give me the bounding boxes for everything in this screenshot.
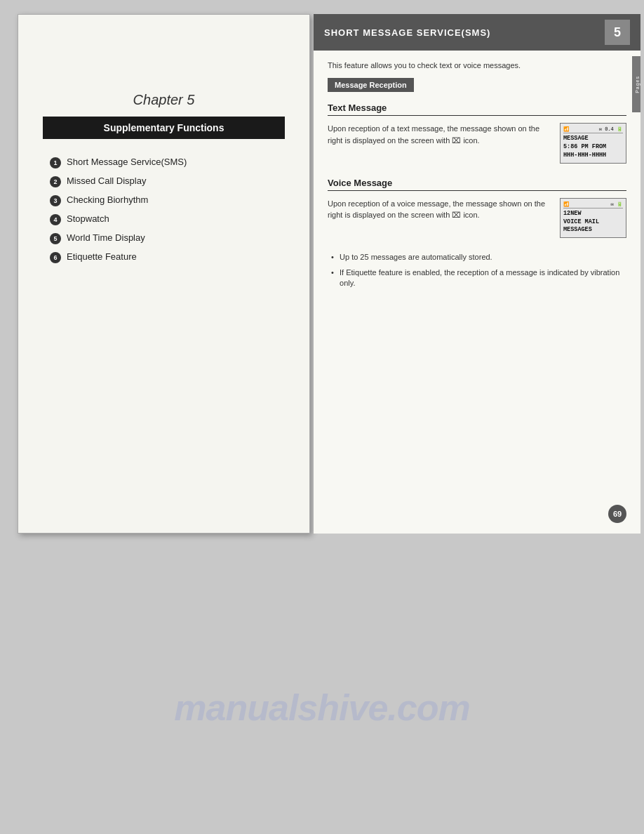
toc-number: 6: [50, 252, 61, 263]
sidebar-tab-label: Pages: [635, 76, 640, 93]
toc-list: 1Short Message Service(SMS)2Missed Call …: [50, 157, 285, 263]
toc-label: World Time Display: [67, 232, 145, 243]
watermark: manualshive.com: [174, 687, 469, 729]
toc-item: 3Checking Biorhythm: [50, 194, 285, 206]
toc-item: 6Etiquette Feature: [50, 251, 285, 263]
phone-status-bar: 📶 ✉ 0.4 🔋: [563, 126, 623, 133]
section-heading: Message Reception: [328, 78, 414, 92]
text-message-phone: 📶 ✉ 0.4 🔋 MESSAGE5:86 PM FROMHHH-HHH-HHH…: [560, 123, 626, 164]
phone-display-text: MESSAGE5:86 PM FROMHHH-HHH-HHHH: [563, 135, 623, 160]
left-page: Chapter 5 Supplementary Functions 1Short…: [18, 14, 310, 534]
voice-message-body: Upon reception of a voice message, the m…: [328, 198, 553, 239]
header-title: SHORT MESSAGE SERVICE(SMS): [324, 27, 490, 38]
voice-message-section: Voice Message Upon reception of a voice …: [328, 178, 626, 289]
toc-number: 1: [50, 157, 61, 168]
toc-label: Short Message Service(SMS): [67, 157, 187, 167]
text-message-body: Upon reception of a text message, the me…: [328, 123, 553, 164]
toc-item: 5World Time Display: [50, 232, 285, 244]
text-message-section: Text Message Upon reception of a text me…: [328, 102, 626, 164]
right-header: SHORT MESSAGE SERVICE(SMS) 5: [314, 14, 640, 51]
voice-phone-display: 12NEWVOICE MAILMESSAGES: [563, 210, 623, 235]
bullets-list: Up to 25 messages are automatically stor…: [328, 252, 626, 289]
toc-number: 2: [50, 176, 61, 187]
feature-description: This feature allows you to check text or…: [328, 61, 626, 70]
voice-phone-status: 📶 ✉ 🔋: [563, 201, 623, 208]
toc-number: 5: [50, 233, 61, 244]
bullet-item: If Etiquette feature is enabled, the rec…: [331, 267, 626, 289]
toc-item: 4Stopwatch: [50, 213, 285, 225]
header-number: 5: [605, 20, 630, 45]
toc-label: Etiquette Feature: [67, 251, 137, 262]
text-message-content: Upon reception of a text message, the me…: [328, 123, 626, 164]
voice-message-title: Voice Message: [328, 178, 626, 191]
voice-message-phone: 📶 ✉ 🔋 12NEWVOICE MAILMESSAGES: [560, 198, 626, 239]
chapter-subtitle: Supplementary Functions: [43, 117, 285, 139]
page-number: 69: [608, 505, 626, 523]
toc-item: 1Short Message Service(SMS): [50, 157, 285, 168]
bullet-item: Up to 25 messages are automatically stor…: [331, 252, 626, 263]
voice-message-content: Upon reception of a voice message, the m…: [328, 198, 626, 239]
sidebar-tab: Pages: [632, 56, 640, 112]
toc-item: 2Missed Call Display: [50, 176, 285, 187]
toc-number: 3: [50, 195, 61, 206]
toc-label: Checking Biorhythm: [67, 194, 148, 205]
toc-label: Stopwatch: [67, 213, 109, 224]
toc-number: 4: [50, 214, 61, 225]
right-content: This feature allows you to check text or…: [314, 51, 640, 304]
text-message-title: Text Message: [328, 102, 626, 116]
toc-label: Missed Call Display: [67, 176, 146, 186]
chapter-title: Chapter 5: [43, 92, 285, 108]
right-page: SHORT MESSAGE SERVICE(SMS) 5 This featur…: [314, 14, 640, 534]
